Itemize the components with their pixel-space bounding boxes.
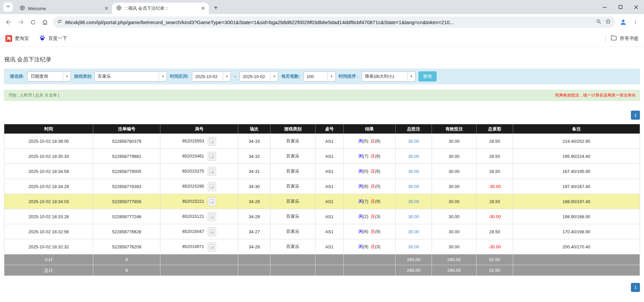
cell-valid-bet: 30.00 (432, 149, 477, 164)
cell-payout: 28.50 (477, 164, 513, 179)
site-info-icon[interactable] (57, 19, 62, 25)
cell-bet-id: 522858777858 (93, 194, 160, 209)
zoom-icon[interactable] (596, 19, 602, 26)
search-button[interactable]: 查询 (418, 71, 437, 81)
table-row: 2025-10-02 18:35:33 522858779681 6520154… (4, 149, 640, 164)
close-icon[interactable]: ✕ (200, 5, 206, 11)
all-bookmarks-label: 所有书签 (620, 36, 639, 42)
total-bet-link[interactable]: 30.00 (408, 169, 419, 174)
table-row: 2025-10-02 18:33:28 522858777246 6520151… (4, 209, 640, 224)
video-replay-button[interactable] (208, 152, 216, 161)
cell-valid-bet: 30.00 (432, 224, 477, 239)
tab-search-button[interactable] (3, 2, 13, 12)
cell-total-bet: 30.00 (396, 194, 432, 209)
date-to-select[interactable]: 2025-10-02 ▼ (239, 71, 278, 81)
minimize-icon[interactable] (597, 0, 612, 14)
round-number: 652015221 (182, 198, 204, 203)
player-result: 闲 (359, 138, 363, 143)
column-header: 备注 (513, 124, 640, 134)
column-header: 局号 (160, 124, 238, 134)
video-replay-button[interactable] (208, 212, 216, 221)
date-from-select[interactable]: 2025-10-02 ▼ (192, 71, 231, 81)
total-total-bet: 240.00 (396, 265, 432, 276)
game-type-label: 游戏类别 (74, 73, 91, 79)
cell-game-type: 百家乐 (270, 134, 315, 149)
table-row: 2025-10-02 18:32:32 522858776209 6520149… (4, 239, 640, 254)
column-header: 有效投注 (432, 124, 477, 134)
maximize-icon[interactable] (612, 0, 628, 14)
page-1-button[interactable]: 1 (631, 283, 640, 292)
close-window-icon[interactable] (628, 0, 644, 14)
sort-value: 降幂(由大到小) (362, 73, 407, 79)
bookmark-star-icon[interactable] (605, 18, 611, 26)
date-range-label: 时间区间: (170, 73, 189, 79)
total-bet-link[interactable]: 30.00 (408, 214, 419, 219)
cell-bet-id: 522858776209 (93, 239, 160, 254)
player-result: 闲 (359, 214, 363, 219)
back-icon[interactable] (3, 16, 15, 28)
total-bet-link[interactable]: 30.00 (408, 229, 419, 234)
total-payout: 52.50 (477, 265, 513, 276)
menu-kebab-icon[interactable] (629, 16, 641, 28)
cell-total-bet: 30.00 (396, 134, 432, 149)
column-header: 时间 (4, 124, 93, 134)
table-row: 2025-10-02 18:34:03 522858777858 6520152… (4, 194, 640, 209)
all-bookmarks-button[interactable]: 所有书签 (610, 35, 639, 42)
bookmarks-right: 所有书签 (605, 35, 639, 43)
player-score: (0) (363, 169, 368, 174)
cell-game-type: 百家乐 (270, 149, 315, 164)
video-replay-button[interactable] (208, 167, 216, 176)
total-bet-link[interactable]: 30.00 (408, 199, 419, 204)
cell-game-type: 百家乐 (270, 224, 315, 239)
video-replay-button[interactable] (208, 182, 216, 191)
query-type-select[interactable]: 日期查询 ▼ (27, 71, 71, 81)
bookmark-taobao[interactable]: 淘 爱淘宝 (5, 35, 29, 42)
video-replay-button[interactable] (208, 242, 216, 251)
baidu-icon (39, 35, 46, 42)
round-number: 652015375 (182, 168, 204, 173)
total-bet-link[interactable]: 30.00 (408, 154, 419, 159)
url-bar[interactable]: 66cxkj98.com/ipl/portal.php/game/betreco… (53, 16, 615, 28)
player-score: (2) (363, 214, 368, 219)
cell-session: 34-30 (238, 179, 270, 194)
player-result: 闲 (359, 154, 363, 159)
url-text[interactable]: 66cxkj98.com/ipl/portal.php/game/betreco… (65, 19, 593, 25)
total-bet-link[interactable]: 30.00 (408, 184, 419, 189)
video-replay-button[interactable] (208, 137, 216, 146)
profile-avatar[interactable] (617, 16, 629, 28)
home-icon[interactable] (39, 16, 51, 28)
table-footer: 小计 8 240.00 240.00 52.50 总计 8 240.00 240… (4, 254, 640, 276)
table-header: 时间注单编号局号场次游戏类别桌号结果总投注有效投注总派彩备注 (4, 124, 640, 134)
date-from-value: 2025-10-02 (192, 74, 223, 79)
forward-icon[interactable] (15, 16, 27, 28)
tab-betrecord[interactable]: :::视讯 会员下注纪录::: ✕ (112, 3, 209, 14)
cell-session: 34-32 (238, 149, 270, 164)
page-size-select[interactable]: 100 ▼ (303, 71, 336, 81)
browser-window: Welcome ✕ :::视讯 会员下注纪录::: ✕ + (0, 0, 644, 47)
close-icon[interactable]: ✕ (103, 5, 109, 11)
cell-round: 652014971 (160, 239, 238, 254)
tab-strip: Welcome ✕ :::视讯 会员下注纪录::: ✕ + (0, 0, 644, 14)
banker-score: (3) (375, 244, 381, 249)
cell-remark: 224.40/252.90 (513, 134, 640, 149)
video-replay-button[interactable] (208, 197, 216, 206)
cell-total-bet: 30.00 (396, 224, 432, 239)
page-1-button[interactable]: 1 (631, 111, 640, 120)
sort-select[interactable]: 降幂(由大到小) ▼ (362, 71, 415, 81)
column-header: 场次 (238, 124, 270, 134)
total-bet-link[interactable]: 30.00 (408, 139, 419, 144)
cell-session: 34-29 (238, 194, 270, 209)
bookmark-baidu[interactable]: 百度一下 (39, 35, 67, 42)
game-type-select[interactable]: 百家乐 ▼ (94, 71, 167, 81)
banker-score: (3) (375, 214, 381, 219)
total-bet-link[interactable]: 30.00 (408, 244, 419, 249)
cell-valid-bet: 30.00 (432, 209, 477, 224)
reload-icon[interactable] (27, 16, 39, 28)
cell-valid-bet: 30.00 (432, 239, 477, 254)
tab-welcome[interactable]: Welcome ✕ (15, 3, 112, 14)
cell-game-type: 百家乐 (270, 194, 315, 209)
round-number: 652015047 (182, 229, 204, 234)
cell-valid-bet: 30.00 (432, 164, 477, 179)
new-tab-button[interactable]: + (211, 3, 221, 13)
video-replay-button[interactable] (208, 227, 216, 236)
